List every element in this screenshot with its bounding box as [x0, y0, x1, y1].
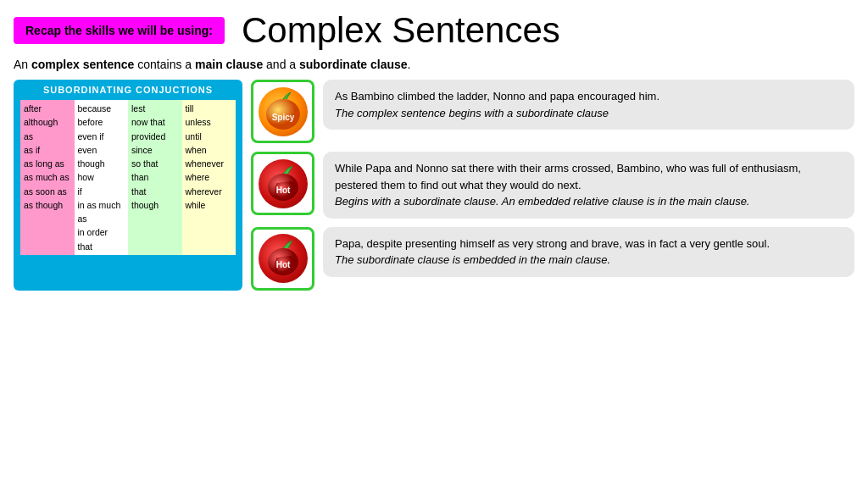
page-title: Complex Sentences — [242, 10, 560, 51]
conj-word: provided — [131, 130, 179, 143]
hot-icon-2: Hot — [259, 234, 308, 283]
conj-word: that — [131, 185, 179, 198]
intro-mid1: contains a — [137, 58, 195, 71]
conj-word: now that — [131, 115, 179, 129]
conj-word: although — [24, 115, 71, 129]
main-content: SUBORDINATING CONJUCTIONS afteralthougha… — [14, 80, 854, 291]
conj-word: as — [24, 130, 71, 143]
example-row-2: Hot Papa, despite presenting himself as … — [251, 227, 854, 291]
example-box-0: As Bambino climbed the ladder, Nonno and… — [323, 80, 854, 130]
svg-text:Hot: Hot — [275, 186, 290, 195]
conjunctions-title: SUBORDINATING CONJUCTIONS — [20, 85, 236, 95]
conj-word: though — [131, 198, 179, 212]
term-subordinate-clause: subordinate clause — [299, 58, 408, 71]
spice-circle-hot-2: Hot — [259, 234, 308, 283]
conj-word: in as much as — [78, 198, 125, 226]
example-main-text-0: As Bambino climbed the ladder, Nonno and… — [335, 90, 659, 103]
conj-word: before — [78, 115, 125, 129]
conj-word: wherever — [186, 185, 233, 198]
example-box-1: While Papa and Nonno sat there with thei… — [323, 152, 854, 219]
conj-word: because — [78, 102, 125, 115]
conj-word: as though — [24, 198, 71, 212]
conj-word: as if — [24, 143, 71, 157]
conj-word: whenever — [186, 157, 233, 170]
example-row-0: Spicy As Bambino climbed the ladder, Non… — [251, 80, 854, 143]
spice-badge-0: Spicy — [251, 80, 314, 143]
spice-badge-2: Hot — [251, 227, 314, 291]
spicy-icon: Spicy — [259, 87, 308, 136]
conj-word: so that — [131, 157, 179, 170]
svg-text:Spicy: Spicy — [271, 113, 294, 122]
conj-word: as long as — [24, 157, 71, 170]
conj-word: lest — [131, 102, 179, 115]
conj-col-2: becausebeforeeven ifeven thoughhowifin a… — [75, 100, 129, 255]
conj-word: till — [186, 102, 233, 115]
svg-text:Hot: Hot — [275, 260, 290, 269]
conj-word: in order that — [78, 225, 125, 253]
term-complex-sentence: complex sentence — [31, 58, 134, 71]
hot-icon-1: Hot — [259, 159, 308, 208]
example-main-text-1: While Papa and Nonno sat there with thei… — [335, 162, 801, 191]
conj-col-1: afteralthoughasas ifas long asas much as… — [20, 100, 75, 255]
conj-word: after — [24, 102, 71, 115]
spice-circle-spicy-0: Spicy — [259, 87, 308, 136]
conj-word: if — [78, 185, 125, 198]
example-main-text-2: Papa, despite presenting himself as very… — [335, 237, 770, 250]
conj-word: as much as — [24, 170, 71, 184]
conj-word: while — [186, 198, 233, 212]
conj-word: even though — [78, 143, 125, 171]
conj-word: where — [186, 170, 233, 184]
spice-badge-1: Hot — [251, 152, 314, 215]
header-row: Recap the skills we will be using: Compl… — [14, 10, 854, 51]
intro-text: An complex sentence contains a main clau… — [14, 58, 854, 71]
example-italic-text-1: Begins with a subordinate clause. An emb… — [335, 195, 749, 208]
example-row-1: Hot While Papa and Nonno sat there with … — [251, 152, 854, 219]
conj-word: when — [186, 143, 233, 157]
conj-word: unless — [186, 115, 233, 129]
conj-col-3: lestnow thatprovidedsinceso thatthanthat… — [128, 100, 182, 255]
conj-word: as soon as — [24, 185, 71, 198]
conj-word: since — [131, 143, 179, 157]
spice-circle-hot-1: Hot — [259, 159, 308, 208]
conj-columns: afteralthoughasas ifas long asas much as… — [20, 100, 236, 255]
intro-end: . — [408, 58, 411, 71]
conj-word: even if — [78, 130, 125, 143]
right-panel: Spicy As Bambino climbed the ladder, Non… — [251, 80, 854, 291]
conj-word: how — [78, 170, 125, 184]
recap-badge: Recap the skills we will be using: — [14, 17, 225, 44]
example-italic-text-2: The subordinate clause is embedded in th… — [335, 253, 610, 266]
conj-col-4: tillunlessuntilwhenwheneverwherewherever… — [182, 100, 236, 255]
conj-word: until — [186, 130, 233, 143]
term-main-clause: main clause — [195, 58, 263, 71]
conj-word: than — [131, 170, 179, 184]
conjunctions-table: SUBORDINATING CONJUCTIONS afteralthougha… — [14, 80, 242, 291]
intro-mid2: and a — [266, 58, 299, 71]
example-italic-text-0: The complex sentence begins with a subor… — [335, 107, 609, 119]
example-box-2: Papa, despite presenting himself as very… — [323, 227, 854, 277]
